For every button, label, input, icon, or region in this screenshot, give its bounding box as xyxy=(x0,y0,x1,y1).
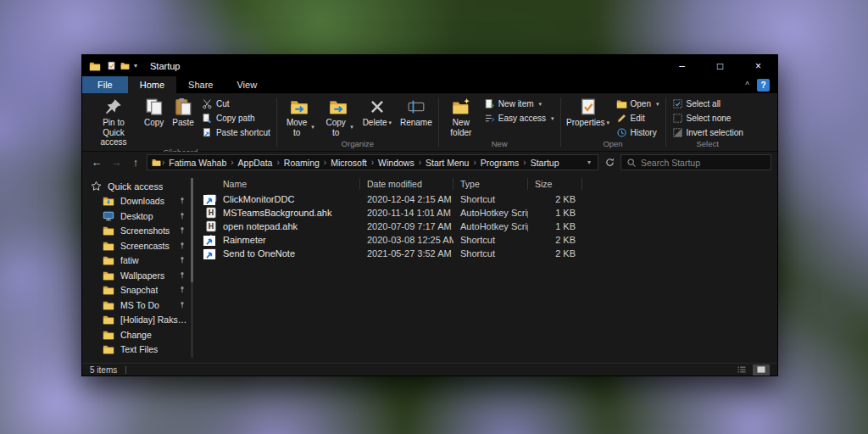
group-label-select: Select xyxy=(670,139,746,151)
pin-icon xyxy=(178,301,186,309)
move-to-button[interactable]: Move to▾ xyxy=(281,95,318,137)
select-none-button[interactable]: Select none xyxy=(670,112,746,125)
group-label-open: Open xyxy=(565,139,662,151)
folder-icon xyxy=(103,254,114,266)
select-all-button[interactable]: Select all xyxy=(670,97,746,110)
new-item-button[interactable]: New item ▾ xyxy=(481,97,557,110)
breadcrumb-item[interactable]: Roaming xyxy=(281,158,323,168)
breadcrumb-item[interactable]: Startup xyxy=(527,158,563,168)
minimize-button[interactable]: – xyxy=(663,55,701,76)
column-header-size[interactable]: Size xyxy=(528,178,582,190)
tab-view[interactable]: View xyxy=(225,76,269,93)
open-button[interactable]: Open ▾ xyxy=(614,97,662,110)
paste-shortcut-button[interactable]: Paste shortcut xyxy=(199,126,273,139)
view-toggle-buttons xyxy=(733,364,770,376)
help-button[interactable]: ? xyxy=(757,79,770,92)
scrollbar-thumb[interactable] xyxy=(191,178,193,282)
sidebar-item-screencasts[interactable]: Screencasts xyxy=(82,238,194,253)
file-name: Rainmeter xyxy=(223,235,266,245)
qat-new-folder-icon[interactable] xyxy=(120,61,130,70)
raindrop-icon xyxy=(205,234,217,246)
back-button[interactable]: ← xyxy=(88,154,105,171)
file-type: Shortcut xyxy=(453,235,528,245)
close-button[interactable]: × xyxy=(739,55,777,76)
copy-button[interactable]: Copy xyxy=(141,95,167,128)
column-header-date-modified[interactable]: Date modified xyxy=(360,178,453,190)
edit-pencil-icon xyxy=(616,113,627,124)
copy-path-button[interactable]: Copy path xyxy=(199,112,273,125)
sidebar-item-change[interactable]: Change xyxy=(82,327,194,342)
search-icon xyxy=(626,158,637,168)
address-dropdown-icon[interactable]: ▾ xyxy=(585,159,593,166)
edit-button[interactable]: Edit xyxy=(614,112,662,125)
sidebar-item-text-files[interactable]: Text Files xyxy=(82,342,194,358)
new-folder-button[interactable]: New folder xyxy=(442,95,480,137)
item-count: 5 items xyxy=(90,365,117,375)
quick-access-toolbar: ▾ xyxy=(107,61,137,70)
breadcrumb-item[interactable]: Windows xyxy=(375,158,418,168)
copy-path-icon xyxy=(202,113,213,124)
sidebar-item-wallpapers[interactable]: Wallpapers xyxy=(82,268,194,283)
search-input[interactable] xyxy=(641,158,765,168)
breadcrumb-item[interactable]: AppData xyxy=(235,158,276,168)
file-size: 2 KB xyxy=(528,235,582,245)
file-size: 2 KB xyxy=(528,248,582,259)
breadcrumb-item[interactable]: Programs xyxy=(477,158,523,168)
sidebar-item-holiday-raksha[interactable]: [Holiday] Raksha Ba xyxy=(82,313,194,328)
sidebar-item-screenshots[interactable]: Screenshots xyxy=(82,224,194,239)
pin-to-quick-access-button[interactable]: Pin to Quick access xyxy=(88,95,139,147)
tab-share[interactable]: Share xyxy=(176,76,225,93)
maximize-button[interactable]: □ xyxy=(701,55,739,76)
cut-button[interactable]: Cut xyxy=(199,97,273,110)
collapse-ribbon-button[interactable]: ^ xyxy=(745,81,749,90)
address-bar[interactable]: › Fatima Wahab › AppData › Roaming › Mic… xyxy=(147,154,598,170)
explorer-window: ▾ Startup – □ × File Home Share View ^ ?… xyxy=(81,54,778,376)
sidebar-item-desktop[interactable]: Desktop xyxy=(82,209,194,224)
details-view-button[interactable] xyxy=(733,364,750,376)
navigation-pane: Quick access Downloads Desktop Screensho… xyxy=(82,173,194,363)
invert-selection-button[interactable]: Invert selection xyxy=(670,126,746,139)
folder-icon xyxy=(103,343,114,355)
sidebar-item-ms-to-do[interactable]: MS To Do xyxy=(82,298,194,313)
file-row[interactable]: open notepad.ahk 2020-07-09 7:17 AM Auto… xyxy=(194,220,777,233)
file-row[interactable]: MSTeamsBackground.ahk 2020-11-14 1:01 AM… xyxy=(194,206,777,220)
large-icons-view-button[interactable] xyxy=(753,364,770,376)
file-row[interactable]: Rainmeter 2020-03-08 12:25 AM Shortcut 2… xyxy=(194,233,777,247)
qat-properties-icon[interactable] xyxy=(107,61,116,70)
sidebar-item-snapchat[interactable]: Snapchat xyxy=(82,283,194,298)
breadcrumb-item[interactable]: Start Menu xyxy=(422,158,472,168)
paste-button[interactable]: Paste xyxy=(169,95,198,128)
sidebar-item-downloads[interactable]: Downloads xyxy=(82,194,194,209)
folder-icon xyxy=(103,240,114,252)
file-row[interactable]: Send to OneNote 2021-05-27 3:52 AM Short… xyxy=(194,247,777,260)
up-button[interactable]: ↑ xyxy=(127,154,144,171)
tab-home[interactable]: Home xyxy=(128,76,176,93)
scissors-icon xyxy=(202,98,213,109)
copy-to-button[interactable]: Copy to▾ xyxy=(320,95,357,137)
properties-button[interactable]: Properties▾ xyxy=(565,95,612,128)
column-header-type[interactable]: Type xyxy=(453,178,528,190)
sidebar-item-fatiw[interactable]: fatiw xyxy=(82,253,194,269)
titlebar[interactable]: ▾ Startup – □ × xyxy=(82,55,777,76)
breadcrumb-item[interactable]: Microsoft xyxy=(327,158,370,168)
column-header-name[interactable]: Name xyxy=(194,178,360,190)
tab-file[interactable]: File xyxy=(82,76,128,93)
breadcrumb-item[interactable]: Fatima Wahab xyxy=(165,158,230,168)
refresh-button[interactable] xyxy=(601,154,618,171)
crumb-separator-icon: › xyxy=(419,158,421,167)
forward-button[interactable]: → xyxy=(108,154,125,171)
sidebar-scrollbar[interactable] xyxy=(191,178,193,358)
file-row[interactable]: ClickMonitorDDC 2020-12-04 2:15 AM Short… xyxy=(194,192,777,206)
delete-button[interactable]: Delete▾ xyxy=(359,95,396,128)
file-type: AutoHotkey Script xyxy=(453,208,528,218)
dropdown-icon: ▾ xyxy=(311,124,314,131)
invert-selection-icon xyxy=(672,127,683,138)
star-icon xyxy=(91,181,102,192)
search-box[interactable] xyxy=(620,154,771,170)
rename-button[interactable]: Rename xyxy=(398,95,435,128)
copy-icon xyxy=(145,97,164,116)
history-button[interactable]: History xyxy=(614,126,662,139)
qat-customize-dropdown-icon[interactable]: ▾ xyxy=(134,62,137,70)
easy-access-button[interactable]: Easy access ▾ xyxy=(481,112,557,125)
sidebar-item-quick-access[interactable]: Quick access xyxy=(82,179,194,194)
